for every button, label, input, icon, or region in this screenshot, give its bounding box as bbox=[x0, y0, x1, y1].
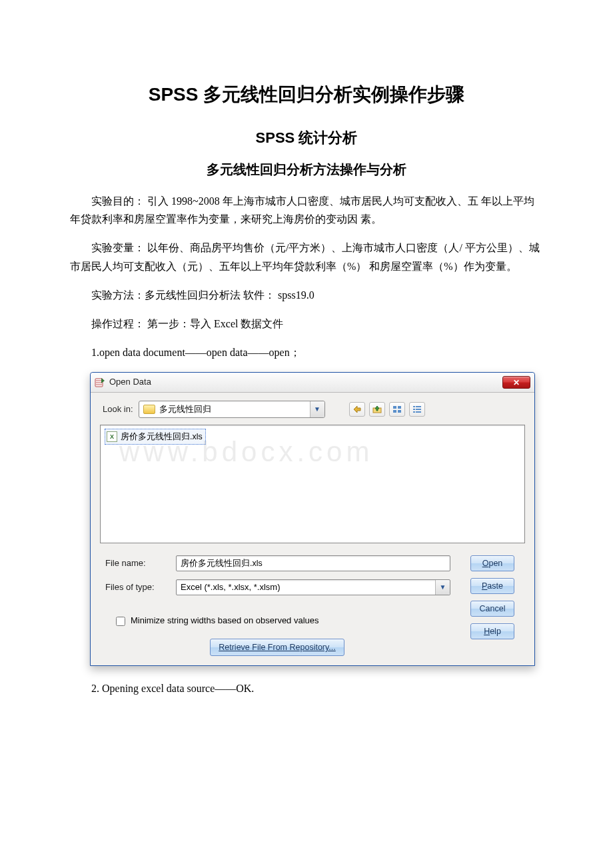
svg-rect-2 bbox=[393, 406, 396, 409]
open-button-label: Open bbox=[482, 557, 503, 570]
paragraph-method: 实验方法：多元线性回归分析法 软件： spss19.0 bbox=[70, 286, 543, 304]
dialog-title: Open Data bbox=[109, 375, 502, 389]
cancel-button[interactable]: Cancel bbox=[470, 601, 514, 617]
folder-icon bbox=[143, 405, 155, 414]
retrieve-repository-label: Retrieve File From Repository... bbox=[219, 641, 336, 654]
back-button[interactable] bbox=[349, 402, 365, 417]
close-button[interactable]: ✕ bbox=[502, 376, 530, 389]
file-name-value: 房价多元线性回归.xls bbox=[181, 557, 263, 570]
section-heading-1: SPSS 统计分析 bbox=[70, 126, 543, 149]
svg-rect-3 bbox=[398, 406, 401, 409]
view-list-button[interactable] bbox=[409, 402, 425, 417]
help-button[interactable]: Help bbox=[470, 623, 514, 639]
paragraph-purpose: 实验目的： 引入 1998~2008 年上海市城市人口密度、城市居民人均可支配收… bbox=[70, 192, 543, 228]
dialog-titlebar[interactable]: Open Data ✕ bbox=[91, 373, 534, 393]
file-item[interactable]: X 房价多元线性回归.xls bbox=[105, 429, 206, 445]
file-type-combo[interactable]: Excel (*.xls, *.xlsx, *.xlsm) ▼ bbox=[176, 579, 450, 595]
minimize-widths-label: Minimize string widths based on observed… bbox=[131, 614, 319, 628]
file-type-value: Excel (*.xls, *.xlsx, *.xlsm) bbox=[181, 581, 281, 595]
lookin-value: 多元线性回归 bbox=[159, 403, 211, 416]
file-type-label: Files of type: bbox=[105, 581, 169, 595]
open-button[interactable]: Open bbox=[470, 555, 514, 571]
close-icon: ✕ bbox=[513, 379, 520, 387]
xls-file-icon: X bbox=[107, 431, 117, 442]
lookin-label: Look in: bbox=[103, 403, 133, 417]
paste-button[interactable]: Paste bbox=[470, 578, 514, 594]
paragraph-variables: 实验变量： 以年份、商品房平均售价（元/平方米）、上海市城市人口密度（人/ 平方… bbox=[70, 239, 543, 275]
up-level-button[interactable] bbox=[369, 402, 385, 417]
back-icon bbox=[352, 405, 362, 413]
app-icon bbox=[95, 377, 105, 388]
svg-rect-9 bbox=[416, 409, 421, 410]
svg-rect-7 bbox=[416, 406, 421, 407]
paragraph-openexcel: 2. Opening excel data source——OK. bbox=[70, 679, 543, 697]
file-name-input[interactable]: 房价多元线性回归.xls bbox=[176, 555, 450, 571]
list-icon bbox=[412, 405, 422, 413]
up-folder-icon bbox=[372, 405, 382, 413]
paragraph-step1: 操作过程： 第一步：导入 Excel 数据文件 bbox=[70, 315, 543, 333]
page-title: SPSS 多元线性回归分析实例操作步骤 bbox=[70, 80, 543, 110]
help-button-label: Help bbox=[484, 625, 501, 638]
svg-rect-6 bbox=[413, 406, 415, 407]
retrieve-repository-button[interactable]: Retrieve File From Repository... bbox=[210, 639, 344, 656]
chevron-down-icon[interactable]: ▼ bbox=[435, 580, 450, 595]
file-name-label: File name: bbox=[105, 557, 169, 571]
svg-rect-10 bbox=[413, 411, 415, 413]
cancel-button-label: Cancel bbox=[480, 602, 506, 615]
open-data-dialog: Open Data ✕ Look in: 多元线性回归 ▼ www.bdocx.… bbox=[90, 372, 535, 666]
paste-button-label: Paste bbox=[482, 579, 503, 593]
svg-rect-5 bbox=[398, 410, 401, 413]
svg-rect-4 bbox=[393, 410, 396, 413]
paragraph-opendata: 1.open data document——open data——open； bbox=[70, 343, 543, 361]
file-item-label: 房价多元线性回归.xls bbox=[121, 430, 203, 443]
dialog-toolbar: Look in: 多元线性回归 ▼ bbox=[91, 393, 534, 425]
svg-rect-8 bbox=[413, 409, 415, 410]
file-list[interactable]: www.bdocx.com X 房价多元线性回归.xls bbox=[100, 425, 525, 543]
grid-large-icon bbox=[392, 405, 402, 413]
view-icons-button[interactable] bbox=[389, 402, 405, 417]
chevron-down-icon[interactable]: ▼ bbox=[310, 401, 324, 417]
section-heading-2: 多元线性回归分析方法操作与分析 bbox=[70, 159, 543, 180]
svg-rect-11 bbox=[416, 411, 421, 413]
minimize-widths-checkbox[interactable] bbox=[116, 617, 125, 626]
lookin-combo[interactable]: 多元线性回归 ▼ bbox=[139, 401, 325, 418]
